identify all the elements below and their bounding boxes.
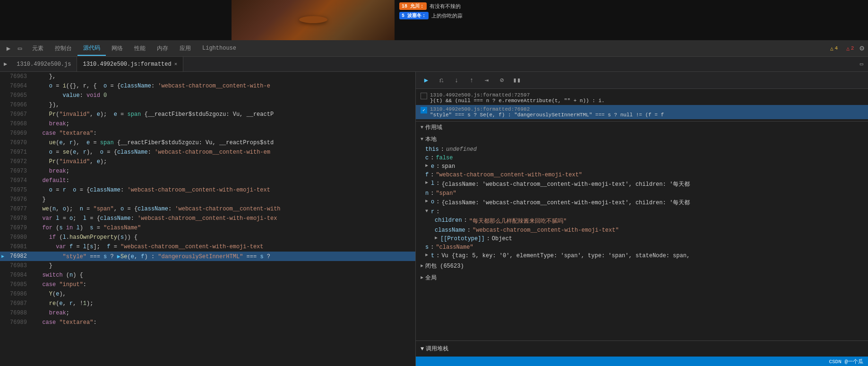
linenum-76975: 76975: [6, 187, 32, 193]
linecontent-76987: re(e, r, !1);: [32, 300, 93, 307]
code-line-76965: 76965 value: void 0: [0, 91, 415, 100]
callstack-header[interactable]: ▼ 调用堆栈: [416, 343, 868, 355]
scope-s: s : "className": [416, 243, 868, 252]
local-arrow: ▼: [421, 137, 423, 142]
code-line-76967: 76967 Pr("invalid", e); e = span {__reac…: [0, 110, 415, 119]
tab-sources[interactable]: 源代码: [77, 41, 106, 56]
code-line-76977: 76977 we(n, o); n = "span", o = {classNa…: [0, 204, 415, 214]
linenum-76989: 76989: [6, 319, 32, 326]
linenum-76971: 76971: [6, 149, 32, 156]
linecontent-76969: case "textarea":: [32, 130, 97, 137]
scope-closure-label: 闭包 (65623): [425, 262, 464, 270]
code-line-76980: 76980 if (l.hasOwnProperty(s)) {: [0, 233, 415, 242]
callstack-section: ▼ 调用堆栈: [416, 340, 868, 357]
linenum-76986: 76986: [6, 291, 32, 297]
scope-r[interactable]: ▼ r :: [416, 208, 868, 216]
warning-badge[interactable]: △ 4: [827, 44, 841, 52]
scope-e[interactable]: ► e : span: [416, 162, 868, 171]
status-bar: CSDN @一个瓜: [416, 357, 868, 366]
file-tab-close-btn[interactable]: ×: [174, 61, 178, 67]
linenum-76970: 76970: [6, 139, 32, 146]
scope-closure-header[interactable]: ► 闭包 (65623): [416, 260, 868, 272]
linenum-76982: 76982: [6, 253, 32, 260]
linenum-76968: 76968: [6, 121, 32, 127]
bp-checkbox-2[interactable]: ✓: [421, 107, 427, 113]
linenum-76985: 76985: [6, 281, 32, 288]
code-line-76982: ▶ 76982 "style" === s ? ▶Se(e, f) : "dan…: [0, 252, 415, 261]
linecontent-76978: var l = o; l = {className: 'webcast-chat…: [32, 215, 277, 222]
code-line-76987: 76987 re(e, r, !1);: [0, 299, 415, 308]
step-over-btn[interactable]: ⎌: [436, 75, 447, 86]
tab-console[interactable]: 控制台: [49, 42, 77, 55]
inspect-icon[interactable]: ▶: [4, 44, 13, 53]
step-out-btn[interactable]: ↑: [466, 75, 477, 86]
linenum-76979: 76979: [6, 225, 32, 231]
video-thumbnail: [232, 0, 395, 40]
linecontent-76979: for (s in l) s = "className": [32, 225, 141, 231]
scope-n: n : "span": [416, 189, 868, 198]
expand-icon[interactable]: ▭: [855, 58, 868, 70]
file-tab-inactive[interactable]: 1310.4992e500.js: [11, 57, 77, 71]
linecontent-76981: var f = l[s]; f = "webcast-chatroom__con…: [32, 244, 264, 250]
linecontent-76988: break;: [32, 310, 69, 316]
code-line-76974: 76974 default:: [0, 176, 415, 185]
code-line-76969: 76969 case "textarea":: [0, 129, 415, 138]
chat-badge-1: 18 允川：: [399, 2, 427, 10]
deactivate-btn[interactable]: ⊘: [496, 75, 507, 86]
tab-performance[interactable]: 性能: [129, 42, 151, 55]
code-line-76986: 76986 Y(e),: [0, 289, 415, 299]
linecontent-76983: }: [32, 262, 52, 269]
scope-l[interactable]: ► l : {className: 'webcast-chatroom__con…: [416, 179, 868, 189]
scope-o[interactable]: ► o : {className: 'webcast-chatroom__con…: [416, 198, 868, 208]
linenum-76967: 76967: [6, 111, 32, 118]
linenum-76963: 76963: [6, 73, 32, 80]
tab-elements[interactable]: 元素: [26, 42, 49, 55]
step-into-btn[interactable]: ↓: [451, 75, 462, 86]
code-editor[interactable]: 76963 }, 76964 o = i({}, r, { o = {class…: [0, 72, 416, 366]
linecontent-76964: o = i({}, r, { o = {className: 'webcast-…: [32, 83, 270, 89]
code-line-76970: 76970 ue(e, r), e = span {__reactFiber$s…: [0, 138, 415, 148]
settings-icon[interactable]: ⚙: [859, 44, 864, 53]
scope-t[interactable]: ► t : Vu {tag: 5, key: '0', elementType:…: [416, 252, 868, 260]
bp-checkbox-1[interactable]: [421, 93, 427, 99]
debug-panel: ▶ ⎌ ↓ ↑ ⇥ ⊘ ▮▮ 1310.4992e500.js:formatte…: [416, 72, 868, 366]
scope-arrow: ▼: [421, 125, 423, 130]
scope-r-classname: className : "webcast-chatroom__content-w…: [416, 226, 868, 235]
tab-network[interactable]: 网络: [106, 42, 129, 55]
linenum-76980: 76980: [6, 234, 32, 241]
linenum-76977: 76977: [6, 206, 32, 212]
linenum-76972: 76972: [6, 158, 32, 165]
device-icon[interactable]: ▭: [15, 44, 25, 53]
scope-r-proto[interactable]: ► [[Prototype]] : Object: [416, 235, 868, 243]
new-tab-icon[interactable]: ▶: [0, 58, 11, 70]
linecontent-76970: ue(e, r), e = span {__reactFiber$stdu5zg…: [32, 139, 274, 146]
scope-section[interactable]: ▼ 作用域 ▼ 本地 this : undefined c : false ► …: [416, 122, 868, 340]
tab-lighthouse[interactable]: Lighthouse: [197, 42, 242, 54]
top-section: 18 允川： 有没有不辣的 5 波塞冬： 上的你吃的蒜: [0, 0, 868, 40]
linecontent-76973: break;: [32, 168, 69, 174]
code-line-76985: 76985 case "input":: [0, 280, 415, 289]
chat-text-1: 有没有不辣的: [430, 3, 461, 10]
linenum-76974: 76974: [6, 177, 32, 184]
code-line-76975: 76975 o = r o = {className: 'webcast-cha…: [0, 185, 415, 195]
scope-global-header[interactable]: ► 全局: [416, 272, 868, 284]
file-tab-active[interactable]: 1310.4992e500.js:formatted ×: [77, 57, 183, 71]
bp-code-1: }(t) && (null === n ? e.removeAttribute(…: [430, 98, 605, 104]
tab-application[interactable]: 应用: [174, 42, 197, 55]
scope-global-label: 全局: [425, 274, 437, 282]
chat-badge-2: 5 波塞冬：: [399, 12, 429, 19]
resume-btn[interactable]: ▶: [421, 75, 432, 86]
code-line-76972: 76972 Pr("invalid", e);: [0, 157, 415, 166]
error-badge[interactable]: △ 2: [843, 44, 857, 52]
chat-item-2: 5 波塞冬： 上的你吃的蒜: [399, 12, 863, 19]
scope-header-main[interactable]: ▼ 作用域: [416, 122, 868, 133]
code-line-76981: 76981 var f = l[s]; f = "webcast-chatroo…: [0, 242, 415, 252]
file-tab-inactive-label: 1310.4992e500.js: [17, 61, 71, 68]
scope-local-header[interactable]: ▼ 本地: [416, 133, 868, 145]
pause-btn[interactable]: ▮▮: [511, 75, 523, 86]
file-tabs: ▶ 1310.4992e500.js 1310.4992e500.js:form…: [0, 57, 868, 72]
step-btn[interactable]: ⇥: [481, 75, 492, 86]
tab-memory[interactable]: 内存: [151, 42, 174, 55]
linecontent-76976: }: [32, 196, 46, 203]
file-tab-active-label: 1310.4992e500.js:formatted: [83, 61, 171, 68]
